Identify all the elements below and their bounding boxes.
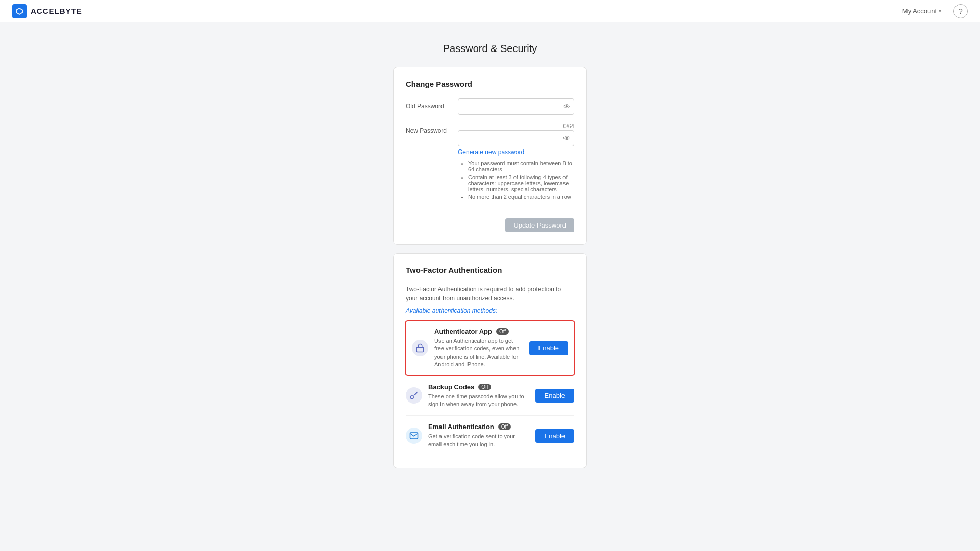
email-auth-icon: [406, 428, 422, 444]
svg-rect-2: [416, 348, 424, 352]
chevron-down-icon: ▾: [939, 8, 941, 14]
header: ACCELBYTE My Account ▾ ?: [0, 0, 980, 22]
email-auth-desc: Get a verification code sent to your ema…: [428, 433, 529, 448]
update-btn-row: Update Password: [406, 218, 574, 232]
email-auth-name-row: Email Authentication Off: [428, 423, 529, 431]
help-button[interactable]: ?: [953, 4, 968, 18]
char-count: 0/64: [458, 123, 574, 129]
backup-codes-info: Backup Codes Off These one-time passcode…: [428, 383, 529, 409]
tfa-description: Two-Factor Authentication is required to…: [406, 285, 574, 303]
new-password-group: New Password 0/64 👁 Generate new passwor…: [406, 123, 574, 202]
rule-3: No more than 2 equal characters in a row: [468, 194, 574, 200]
main-content: Password & Security Change Password Old …: [0, 0, 980, 507]
email-auth-name: Email Authentication: [428, 423, 494, 431]
email-auth-enable-button[interactable]: Enable: [535, 429, 574, 443]
authenticator-icon: [412, 340, 428, 356]
backup-codes-enable-button[interactable]: Enable: [535, 389, 574, 403]
svg-point-3: [410, 396, 413, 399]
my-account-label: My Account: [902, 7, 937, 15]
authenticator-app-info: Authenticator App Off Use an Authenticat…: [434, 328, 523, 369]
authenticator-app-badge: Off: [496, 328, 509, 335]
new-password-input[interactable]: [458, 130, 574, 146]
question-mark-icon: ?: [959, 7, 963, 15]
my-account-button[interactable]: My Account ▾: [898, 5, 945, 17]
new-password-label: New Password: [406, 123, 452, 134]
rule-2: Contain at least 3 of following 4 types …: [468, 174, 574, 192]
authenticator-name-row: Authenticator App Off: [434, 328, 523, 335]
old-password-input-wrapper: 👁: [458, 98, 574, 115]
email-auth-method: Email Authentication Off Get a verificat…: [406, 416, 574, 456]
authenticator-app-enable-button[interactable]: Enable: [529, 341, 568, 355]
new-password-eye-icon[interactable]: 👁: [563, 134, 570, 142]
header-right: My Account ▾ ?: [898, 4, 968, 18]
old-password-label: Old Password: [406, 98, 452, 110]
page-title: Password & Security: [443, 43, 537, 55]
new-password-field-wrapper: 0/64 👁 Generate new password Your passwo…: [458, 123, 574, 202]
logo: ACCELBYTE: [12, 4, 82, 18]
change-password-title: Change Password: [406, 80, 574, 88]
auth-methods-list: Authenticator App Off Use an Authenticat…: [406, 320, 574, 456]
divider: [406, 210, 574, 210]
authenticator-app-name: Authenticator App: [434, 328, 492, 335]
authenticator-app-desc: Use an Authenticator app to get free ver…: [434, 337, 523, 369]
rule-1: Your password must contain between 8 to …: [468, 160, 574, 172]
logo-text: ACCELBYTE: [31, 7, 82, 15]
two-factor-auth-card: Two-Factor Authentication Two-Factor Aut…: [393, 253, 587, 468]
old-password-field-wrapper: 👁: [458, 98, 574, 115]
backup-codes-desc: These one-time passcode allow you to sig…: [428, 393, 529, 409]
backup-codes-name-row: Backup Codes Off: [428, 383, 529, 391]
password-rules: Your password must contain between 8 to …: [458, 160, 574, 200]
old-password-group: Old Password 👁: [406, 98, 574, 115]
logo-icon: [12, 4, 27, 18]
backup-codes-badge: Off: [478, 384, 491, 390]
backup-codes-icon: [406, 387, 422, 404]
change-password-card: Change Password Old Password 👁 New Passw…: [393, 67, 587, 245]
available-methods-label: Available authentication methods:: [406, 307, 574, 314]
email-auth-info: Email Authentication Off Get a verificat…: [428, 423, 529, 448]
backup-codes-name: Backup Codes: [428, 383, 474, 391]
email-auth-badge: Off: [498, 423, 511, 430]
old-password-eye-icon[interactable]: 👁: [563, 103, 570, 111]
generate-password-link[interactable]: Generate new password: [458, 148, 524, 156]
authenticator-app-method: Authenticator App Off Use an Authenticat…: [405, 320, 575, 376]
old-password-input[interactable]: [458, 98, 574, 115]
backup-codes-method: Backup Codes Off These one-time passcode…: [406, 376, 574, 416]
tfa-title: Two-Factor Authentication: [406, 266, 574, 274]
update-password-button[interactable]: Update Password: [505, 218, 574, 232]
new-password-input-wrapper: 👁: [458, 130, 574, 146]
